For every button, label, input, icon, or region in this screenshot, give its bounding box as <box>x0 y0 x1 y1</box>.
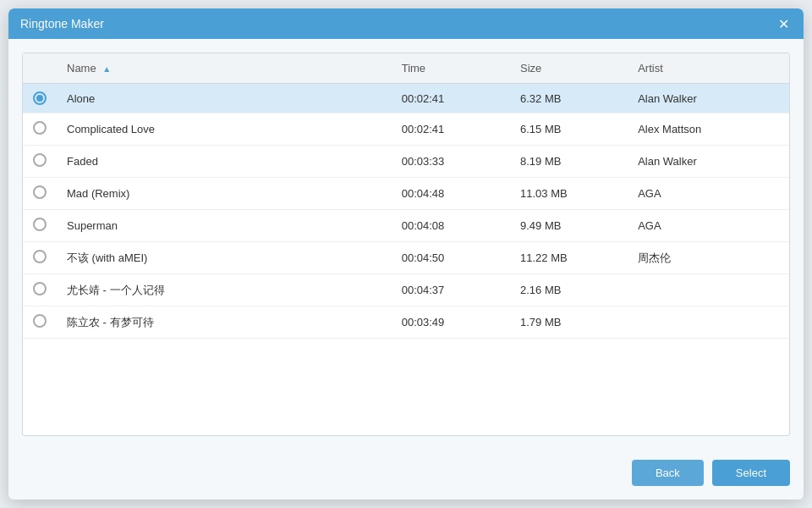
song-time: 00:04:48 <box>392 178 510 210</box>
header-name[interactable]: Name ▲ <box>57 53 392 84</box>
song-size: 11.22 MB <box>510 242 628 274</box>
table-header-row: Name ▲ Time Size Artist <box>23 53 789 84</box>
song-artist: 周杰伦 <box>628 242 789 274</box>
song-name: Faded <box>57 146 392 178</box>
sort-arrow-icon: ▲ <box>102 64 111 74</box>
row-selector-cell <box>23 84 57 113</box>
song-time: 00:03:33 <box>392 146 510 178</box>
table-row[interactable]: Complicated Love00:02:416.15 MBAlex Matt… <box>23 113 789 146</box>
radio-button[interactable] <box>33 314 47 328</box>
song-name: Superman <box>57 210 392 242</box>
table-body: Alone00:02:416.32 MBAlan WalkerComplicat… <box>23 84 789 339</box>
row-selector-cell <box>23 274 57 306</box>
song-artist: AGA <box>628 178 789 210</box>
radio-button[interactable] <box>33 121 47 135</box>
song-table: Name ▲ Time Size Artist Alone00:02:416.3… <box>23 53 789 339</box>
radio-button[interactable] <box>33 153 47 167</box>
radio-button[interactable] <box>33 185 47 199</box>
song-size: 1.79 MB <box>510 306 628 339</box>
header-time: Time <box>392 53 510 84</box>
table-row[interactable]: Superman00:04:089.49 MBAGA <box>23 210 789 242</box>
song-name: 陈立农 - 有梦可待 <box>57 306 392 339</box>
table-row[interactable]: 陈立农 - 有梦可待00:03:491.79 MB <box>23 306 789 339</box>
table-container: Name ▲ Time Size Artist Alone00:02:416.3… <box>22 52 790 436</box>
table-row[interactable]: Faded00:03:338.19 MBAlan Walker <box>23 146 789 178</box>
song-size: 2.16 MB <box>510 274 628 306</box>
song-artist: AGA <box>628 210 789 242</box>
song-time: 00:02:41 <box>392 84 510 113</box>
footer: Back Select <box>8 450 804 500</box>
row-selector-cell <box>23 306 57 339</box>
song-time: 00:04:50 <box>392 242 510 274</box>
header-size: Size <box>510 53 628 84</box>
song-artist: Alan Walker <box>628 84 789 113</box>
header-selector <box>23 53 57 84</box>
content-area: Name ▲ Time Size Artist Alone00:02:416.3… <box>8 39 804 450</box>
radio-inner-dot <box>36 95 43 102</box>
song-name: Mad (Remix) <box>57 178 392 210</box>
table-row[interactable]: 不该 (with aMEI)00:04:5011.22 MB周杰伦 <box>23 242 789 274</box>
song-size: 6.15 MB <box>510 113 628 146</box>
row-selector-cell <box>23 242 57 274</box>
song-name: 尤长靖 - 一个人记得 <box>57 274 392 306</box>
song-name: Alone <box>57 84 392 113</box>
radio-button[interactable] <box>33 218 47 231</box>
song-name: 不该 (with aMEI) <box>57 242 392 274</box>
select-button[interactable]: Select <box>712 460 790 486</box>
window-title: Ringtone Maker <box>20 17 104 30</box>
song-size: 11.03 MB <box>510 178 628 210</box>
song-time: 00:03:49 <box>392 306 510 339</box>
table-row[interactable]: Mad (Remix)00:04:4811.03 MBAGA <box>23 178 789 210</box>
row-selector-cell <box>23 178 57 210</box>
song-size: 8.19 MB <box>510 146 628 178</box>
song-artist <box>628 306 789 339</box>
song-time: 00:04:08 <box>392 210 510 242</box>
song-artist: Alan Walker <box>628 146 789 178</box>
song-artist <box>628 274 789 306</box>
title-bar: Ringtone Maker ✕ <box>8 8 804 39</box>
radio-button[interactable] <box>33 250 47 263</box>
song-name: Complicated Love <box>57 113 392 146</box>
table-row[interactable]: 尤长靖 - 一个人记得00:04:372.16 MB <box>23 274 789 306</box>
radio-button[interactable] <box>33 282 47 295</box>
row-selector-cell <box>23 113 57 146</box>
main-window: Ringtone Maker ✕ Name ▲ Time Size Artist <box>8 8 804 500</box>
song-artist: Alex Mattson <box>628 113 789 146</box>
row-selector-cell <box>23 210 57 242</box>
table-row[interactable]: Alone00:02:416.32 MBAlan Walker <box>23 84 789 113</box>
song-size: 6.32 MB <box>510 84 628 113</box>
close-button[interactable]: ✕ <box>775 15 792 32</box>
header-artist: Artist <box>628 53 789 84</box>
radio-button[interactable] <box>33 91 47 105</box>
song-time: 00:02:41 <box>392 113 510 146</box>
row-selector-cell <box>23 146 57 178</box>
song-time: 00:04:37 <box>392 274 510 306</box>
song-size: 9.49 MB <box>510 210 628 242</box>
back-button[interactable]: Back <box>632 460 704 486</box>
